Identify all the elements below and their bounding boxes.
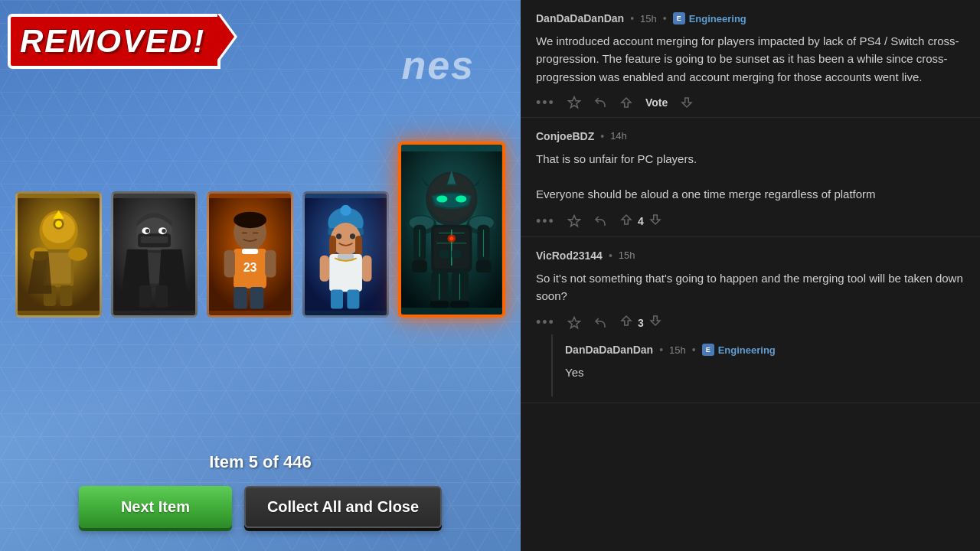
svg-text:23: 23 — [243, 260, 257, 274]
svg-marker-87 — [568, 216, 580, 227]
items-area: 23 — [0, 142, 521, 318]
comment-3-more-icon[interactable]: ••• — [536, 315, 555, 331]
svg-marker-88 — [568, 317, 580, 328]
comment-3-vote-count: 3 — [638, 317, 644, 329]
char-winter-icon — [305, 194, 387, 315]
bottom-area: Item 5 of 446 Next Item Collect All and … — [0, 452, 521, 528]
char-ninja-icon — [113, 194, 195, 315]
comment-1-upvote-icon[interactable] — [619, 96, 633, 109]
comment-3-vote-area: 3 — [619, 314, 662, 331]
comment-2-line2: Everyone should be aloud a one time merg… — [536, 187, 876, 201]
svg-rect-11 — [60, 285, 72, 306]
svg-point-9 — [68, 247, 87, 261]
comment-1-dot2: • — [663, 12, 667, 24]
svg-rect-23 — [155, 285, 168, 308]
svg-point-26 — [234, 212, 266, 228]
comment-1-role-icon: E — [673, 12, 685, 24]
char-teal-armor-icon — [401, 145, 502, 315]
comments-panel: DanDaDaDanDan • 15h • E Engineering We i… — [521, 0, 980, 551]
nested-reply-dot2: • — [692, 344, 696, 356]
comment-2-vote-count: 4 — [638, 215, 644, 227]
collect-all-button[interactable]: Collect All and Close — [244, 486, 442, 528]
comment-1-dot: • — [630, 12, 634, 24]
comment-3-username[interactable]: VicRod23144 — [536, 249, 603, 262]
comment-2-vote-area: 4 — [619, 213, 662, 230]
comment-1-more-icon[interactable]: ••• — [536, 95, 555, 111]
removed-text: REMOVED! — [20, 23, 205, 59]
nested-reply-role-badge: E Engineering — [702, 344, 776, 356]
comment-2-upvote-btn[interactable] — [619, 213, 633, 230]
comment-2-star-icon[interactable] — [567, 214, 581, 228]
svg-rect-32 — [224, 250, 235, 278]
comment-2-line1: That is so unfair for PC players. — [536, 152, 697, 165]
svg-point-5 — [55, 220, 62, 227]
svg-rect-49 — [331, 289, 343, 308]
comment-2-text: That is so unfair for PC players. Everyo… — [536, 150, 965, 204]
comment-2-time: 14h — [610, 130, 627, 142]
svg-rect-15 — [141, 236, 168, 243]
comment-3-downvote-btn[interactable] — [648, 314, 662, 331]
comment-3-star-icon[interactable] — [567, 316, 581, 330]
svg-point-55 — [437, 196, 448, 203]
comment-1-vote-label: Vote — [645, 96, 668, 109]
comment-1-role-label: Engineering — [689, 13, 746, 24]
comment-3-dot: • — [609, 249, 612, 262]
nested-reply-header: DanDaDaDanDan • 15h • E Engineering — [565, 344, 965, 356]
svg-point-85 — [450, 236, 454, 240]
comment-1: DanDaDaDanDan • 15h • E Engineering We i… — [521, 0, 980, 118]
svg-point-19 — [162, 229, 165, 233]
buttons-row: Next Item Collect All and Close — [79, 486, 442, 528]
comment-1-reply-icon[interactable] — [593, 96, 607, 109]
comment-3-nested-reply: DanDaDaDanDan • 15h • E Engineering Yes — [551, 334, 965, 396]
item-card-1[interactable] — [15, 191, 102, 318]
comment-3-text: So it's not something that's going to ha… — [536, 269, 965, 305]
svg-rect-42 — [355, 236, 362, 256]
svg-rect-77 — [476, 260, 492, 272]
comment-1-role-badge: E Engineering — [673, 12, 746, 24]
svg-rect-31 — [242, 249, 258, 254]
comment-1-username[interactable]: DanDaDaDanDan — [536, 12, 624, 24]
comment-3-time: 15h — [619, 249, 635, 261]
svg-rect-70 — [439, 250, 449, 259]
svg-point-39 — [341, 205, 351, 216]
char-gold-icon — [18, 194, 100, 315]
comment-3-reply-icon[interactable] — [593, 316, 607, 330]
svg-rect-22 — [139, 285, 152, 308]
item-card-3[interactable]: 23 — [207, 191, 293, 318]
item-card-2[interactable] — [111, 191, 198, 318]
comment-3: VicRod23144 • 15h So it's not something … — [521, 237, 980, 404]
svg-point-56 — [456, 196, 467, 203]
item-card-4[interactable] — [302, 191, 389, 318]
comment-3-actions: ••• 3 — [536, 314, 965, 331]
game-panel: REMOVED! nes — [0, 0, 521, 551]
char-basketball-icon: 23 — [209, 194, 291, 315]
svg-rect-41 — [329, 236, 336, 256]
comment-2-reply-icon[interactable] — [593, 214, 607, 228]
comment-3-header: VicRod23144 • 15h — [536, 249, 965, 262]
nested-reply-role-label: Engineering — [718, 344, 776, 356]
comment-1-downvote-icon[interactable] — [680, 96, 694, 109]
comment-3-upvote-btn[interactable] — [619, 314, 633, 331]
nested-reply-dot: • — [659, 344, 663, 356]
next-item-button[interactable]: Next Item — [79, 486, 232, 528]
svg-rect-50 — [348, 289, 360, 308]
svg-point-18 — [145, 229, 149, 233]
comment-2-dot: • — [600, 130, 604, 142]
svg-rect-82 — [430, 301, 449, 308]
nested-reply-time: 15h — [669, 344, 686, 356]
comment-1-time: 15h — [640, 13, 657, 24]
nested-reply-role-icon: E — [702, 344, 714, 356]
item-card-5-selected[interactable] — [398, 142, 505, 318]
comment-1-text: We introduced account merging for player… — [536, 32, 965, 86]
nested-reply-username[interactable]: DanDaDaDanDan — [565, 344, 653, 356]
comment-2-actions: ••• 4 — [536, 213, 965, 230]
comment-2-more-icon[interactable]: ••• — [536, 214, 555, 230]
removed-banner: REMOVED! — [8, 14, 220, 69]
svg-rect-83 — [450, 301, 469, 308]
game-title-partial: nes — [401, 42, 475, 88]
comment-1-star-icon[interactable] — [567, 96, 581, 109]
comment-1-header: DanDaDaDanDan • 15h • E Engineering — [536, 12, 965, 24]
comment-2-downvote-btn[interactable] — [648, 213, 662, 230]
comment-2-username[interactable]: ConjoeBDZ — [536, 130, 594, 142]
comment-2-header: ConjoeBDZ • 14h — [536, 130, 965, 142]
